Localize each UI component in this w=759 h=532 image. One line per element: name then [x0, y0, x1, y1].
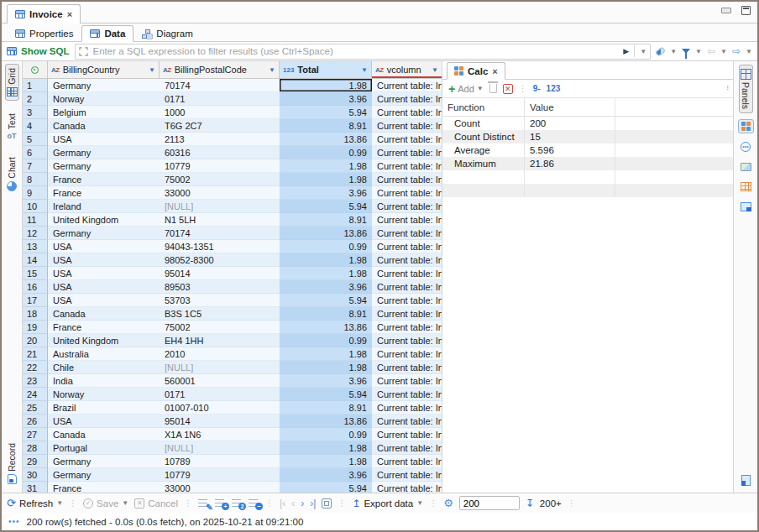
save-button[interactable]: ✓ Save ▼ — [83, 498, 128, 509]
maximize-icon[interactable] — [741, 6, 751, 15]
cell-billingcountry[interactable]: Belgium — [48, 106, 160, 119]
row-number[interactable]: 21 — [23, 347, 48, 361]
cell-total[interactable]: 1.98 — [280, 159, 372, 173]
cell-billingcountry[interactable]: Portugal — [48, 441, 160, 455]
cell-billingcountry[interactable]: USA — [48, 133, 160, 146]
aggregate-icon[interactable]: 123 — [547, 84, 561, 93]
chevron-down-icon[interactable]: ▼ — [269, 66, 275, 74]
cell-total[interactable]: 0.99 — [280, 240, 372, 253]
clear-functions-icon[interactable]: ✕ — [503, 84, 513, 94]
cell-total[interactable]: 3.96 — [280, 186, 372, 200]
eraser-dropdown-icon[interactable]: ▼ — [670, 48, 677, 55]
cell-billingpostalcode[interactable]: 2113 — [160, 133, 280, 146]
row-number[interactable]: 18 — [23, 307, 48, 321]
table-row[interactable]: 21Australia20101.98Current table: Invoic… — [23, 347, 442, 361]
cell-total[interactable]: 3.96 — [280, 468, 372, 482]
row-number[interactable]: 29 — [23, 455, 48, 468]
panel-menu-icon[interactable]: ⁝ — [726, 83, 729, 91]
cell-vcolumn[interactable]: Current table: Invoice — [372, 146, 442, 159]
row-number[interactable]: 13 — [23, 240, 48, 253]
table-row[interactable]: 30Germany107793.96Current table: Invoice — [23, 468, 442, 482]
row-number[interactable]: 1 — [23, 79, 48, 92]
cell-billingcountry[interactable]: Chile — [48, 361, 160, 374]
table-row[interactable]: 2Norway01713.96Current table: Invoice — [23, 92, 442, 106]
row-number[interactable]: 26 — [23, 415, 48, 428]
cell-billingpostalcode[interactable]: 560001 — [160, 374, 280, 388]
cell-billingcountry[interactable]: Germany — [48, 468, 160, 482]
cell-total[interactable]: 13.86 — [280, 227, 372, 240]
cell-total[interactable]: 8.91 — [280, 307, 372, 321]
cell-vcolumn[interactable]: Current table: Invoice — [372, 280, 442, 294]
row-number[interactable]: 2 — [23, 92, 48, 106]
cell-vcolumn[interactable]: Current table: Invoice — [372, 294, 442, 307]
row-number[interactable]: 27 — [23, 428, 48, 441]
cell-vcolumn[interactable]: Current table: Invoice — [372, 321, 442, 334]
table-row[interactable]: 18CanadaB3S 1C58.91Current table: Invoic… — [23, 307, 442, 321]
cell-total[interactable]: 1.98 — [280, 267, 372, 280]
history-forward-icon[interactable]: ⇨ — [732, 46, 741, 56]
cell-total[interactable]: 1.98 — [280, 361, 372, 374]
row-number[interactable]: 7 — [23, 159, 48, 173]
cell-vcolumn[interactable]: Current table: Invoice — [372, 334, 442, 347]
cell-total[interactable]: 1.98 — [280, 253, 372, 267]
table-row[interactable]: 23India5600013.96Current table: Invoice — [23, 374, 442, 388]
cell-billingcountry[interactable]: Germany — [48, 227, 160, 240]
cell-billingcountry[interactable]: France — [48, 173, 160, 186]
delete-row-icon[interactable]: − — [249, 498, 259, 508]
cell-total[interactable]: 1.98 — [280, 455, 372, 468]
tab-grid-view[interactable]: Grid — [5, 64, 19, 101]
cell-vcolumn[interactable]: Current table: Invoice — [372, 133, 442, 146]
status-dots-icon[interactable]: ••• — [8, 517, 20, 526]
tab-calc[interactable]: Calc × — [447, 62, 505, 80]
cell-billingcountry[interactable]: USA — [48, 253, 160, 267]
table-row[interactable]: 26USA9501413.86Current table: Invoice — [23, 415, 442, 428]
row-number[interactable]: 19 — [23, 321, 48, 334]
table-row[interactable]: 9France330003.96Current table: Invoice — [23, 186, 442, 200]
cell-billingcountry[interactable]: France — [48, 321, 160, 334]
cell-total[interactable]: 5.94 — [280, 106, 372, 119]
row-number[interactable]: 10 — [23, 200, 48, 213]
cell-vcolumn[interactable]: Current table: Invoice — [372, 468, 442, 482]
cell-billingcountry[interactable]: USA — [48, 267, 160, 280]
focus-row-icon[interactable] — [322, 498, 332, 509]
cell-vcolumn[interactable]: Current table: Invoice — [372, 347, 442, 361]
funnel-icon[interactable] — [682, 49, 690, 54]
cell-billingcountry[interactable]: Germany — [48, 146, 160, 159]
cell-billingpostalcode[interactable]: X1A 1N6 — [160, 428, 280, 441]
history-back-dropdown-icon[interactable]: ▼ — [720, 48, 727, 55]
cell-total[interactable]: 13.86 — [280, 321, 372, 334]
fetch-size-input[interactable] — [459, 496, 520, 510]
cell-billingpostalcode[interactable]: 94043-1351 — [160, 240, 280, 253]
cell-billingcountry[interactable]: United Kingdom — [48, 213, 160, 227]
cell-total[interactable]: 0.99 — [280, 428, 372, 441]
history-forward-dropdown-icon[interactable]: ▼ — [746, 48, 752, 55]
cell-vcolumn[interactable]: Current table: Invoice — [372, 227, 442, 240]
refresh-button[interactable]: ⟳ Refresh ▼ — [7, 498, 63, 509]
history-back-icon[interactable]: ⇦ — [707, 46, 715, 56]
save-dropdown-icon[interactable]: ▼ — [122, 499, 128, 507]
row-number[interactable]: 12 — [23, 227, 48, 240]
cell-billingpostalcode[interactable]: 95014 — [160, 267, 280, 280]
cell-vcolumn[interactable]: Current table: Invoice — [372, 106, 442, 119]
cell-total[interactable]: 1.98 — [280, 347, 372, 361]
cell-billingpostalcode[interactable]: B3S 1C5 — [160, 307, 280, 321]
tab-data[interactable]: Data — [81, 25, 133, 42]
calc-row[interactable]: Count Distinct15 — [442, 130, 733, 143]
calc-row[interactable]: Average5.596 — [442, 143, 733, 157]
calc-row[interactable]: Maximum21.86 — [442, 157, 733, 170]
cell-billingpostalcode[interactable]: 10789 — [160, 455, 280, 468]
cell-billingcountry[interactable]: Ireland — [48, 200, 160, 213]
row-number[interactable]: 15 — [23, 267, 48, 280]
cell-vcolumn[interactable]: Current table: Invoice — [372, 401, 442, 415]
edit-cell-icon[interactable]: ✎ — [198, 498, 209, 508]
export-data-button[interactable]: ↥ Export data ▼ — [352, 498, 423, 509]
cell-billingcountry[interactable]: France — [48, 186, 160, 200]
cell-vcolumn[interactable]: Current table: Invoice — [372, 428, 442, 441]
prev-page-icon[interactable]: ‹ — [291, 498, 295, 509]
calc-row[interactable]: Count200 — [442, 117, 733, 130]
table-row[interactable]: 8France750021.98Current table: Invoice — [23, 173, 442, 186]
cell-billingpostalcode[interactable]: N1 5LH — [160, 213, 280, 227]
cell-billingpostalcode[interactable]: 10779 — [160, 468, 280, 482]
row-number[interactable]: 22 — [23, 361, 48, 374]
cell-billingpostalcode[interactable]: T6G 2C7 — [160, 119, 280, 133]
